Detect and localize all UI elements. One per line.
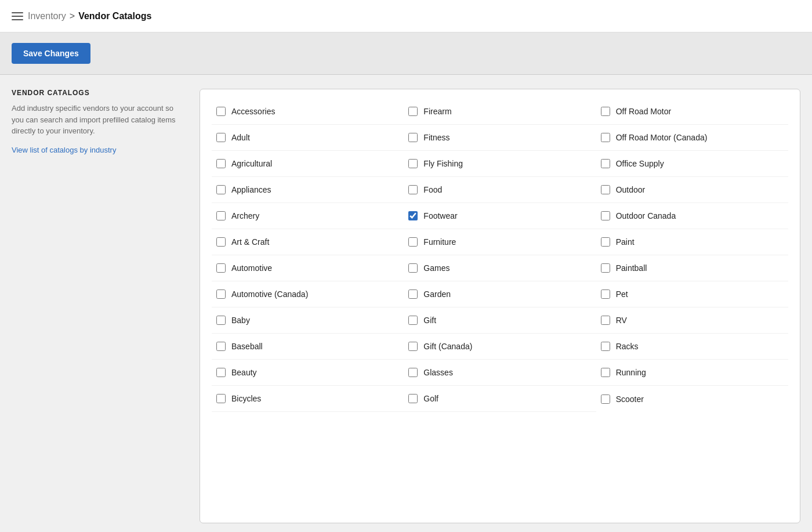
catalog-label-golf[interactable]: Golf <box>423 394 438 403</box>
catalog-item: Running <box>596 360 788 386</box>
catalog-label-office-supply[interactable]: Office Supply <box>616 159 664 168</box>
catalog-checkbox-food[interactable] <box>408 185 418 194</box>
catalog-checkbox-outdoor[interactable] <box>601 185 610 194</box>
catalog-checkbox-scooter[interactable] <box>601 395 610 404</box>
catalog-label-glasses[interactable]: Glasses <box>423 368 453 377</box>
catalog-label-paint[interactable]: Paint <box>616 237 635 247</box>
catalog-checkbox-paintball[interactable] <box>601 263 610 273</box>
catalog-checkbox-accessories[interactable] <box>216 107 226 116</box>
catalog-item: Baby <box>212 307 404 334</box>
catalog-label-food[interactable]: Food <box>423 185 442 194</box>
catalog-item: Art & Craft <box>212 229 404 255</box>
catalog-label-off-road-motor[interactable]: Off Road Motor <box>616 107 671 116</box>
catalog-item: Baseball <box>212 334 404 360</box>
save-button[interactable]: Save Changes <box>12 43 90 64</box>
catalog-label-off-road-motor-canada[interactable]: Off Road Motor (Canada) <box>616 133 708 142</box>
catalog-checkbox-off-road-motor[interactable] <box>601 107 610 116</box>
catalog-checkbox-appliances[interactable] <box>216 185 226 194</box>
catalog-item: Appliances <box>212 177 404 203</box>
catalog-checkbox-baby[interactable] <box>216 316 226 325</box>
view-catalogs-link[interactable]: View list of catalogs by industry <box>12 146 116 154</box>
catalog-label-outdoor[interactable]: Outdoor <box>616 185 646 194</box>
catalog-label-garden[interactable]: Garden <box>423 289 451 299</box>
catalog-item: Golf <box>404 386 596 412</box>
catalog-checkbox-fitness[interactable] <box>408 133 418 142</box>
catalog-label-racks[interactable]: Racks <box>616 342 639 351</box>
catalog-label-games[interactable]: Games <box>423 263 449 273</box>
catalog-checkbox-agricultural[interactable] <box>216 159 226 168</box>
catalog-label-fitness[interactable]: Fitness <box>423 133 449 142</box>
catalog-item: Off Road Motor <box>596 99 788 125</box>
catalog-label-automotive-canada[interactable]: Automotive (Canada) <box>231 289 308 299</box>
catalog-label-automotive[interactable]: Automotive <box>231 263 272 273</box>
catalog-grid: AccessoriesFirearmOff Road MotorAdultFit… <box>212 99 788 412</box>
catalog-checkbox-furniture[interactable] <box>408 237 418 247</box>
catalog-label-footwear[interactable]: Footwear <box>423 211 457 220</box>
toolbar: Save Changes <box>0 32 812 75</box>
catalog-checkbox-art-craft[interactable] <box>216 237 226 247</box>
catalog-item: Garden <box>404 281 596 307</box>
catalog-item: Games <box>404 255 596 281</box>
header: Inventory > Vendor Catalogs <box>0 0 812 32</box>
catalog-label-archery[interactable]: Archery <box>231 211 259 220</box>
catalog-item: Office Supply <box>596 151 788 177</box>
catalog-item: Gift (Canada) <box>404 334 596 360</box>
catalog-label-pet[interactable]: Pet <box>616 289 628 299</box>
catalog-label-running[interactable]: Running <box>616 368 646 377</box>
sidebar-description: Add industry specific vendors to your ac… <box>12 103 186 137</box>
catalog-label-accessories[interactable]: Accessories <box>231 107 275 116</box>
catalog-checkbox-golf[interactable] <box>408 394 418 403</box>
catalog-label-baseball[interactable]: Baseball <box>231 342 263 351</box>
catalog-label-bicycles[interactable]: Bicycles <box>231 394 261 403</box>
catalog-checkbox-bicycles[interactable] <box>216 394 226 403</box>
catalog-label-gift[interactable]: Gift <box>423 316 436 325</box>
catalog-label-paintball[interactable]: Paintball <box>616 263 647 273</box>
catalog-label-rv[interactable]: RV <box>616 316 627 325</box>
catalog-item: Bicycles <box>212 386 404 412</box>
catalog-checkbox-outdoor-canada[interactable] <box>601 211 610 220</box>
catalog-checkbox-racks[interactable] <box>601 342 610 351</box>
catalog-checkbox-glasses[interactable] <box>408 368 418 377</box>
catalog-item: Automotive (Canada) <box>212 281 404 307</box>
catalog-checkbox-archery[interactable] <box>216 211 226 220</box>
catalog-checkbox-footwear[interactable] <box>408 211 418 220</box>
catalog-label-outdoor-canada[interactable]: Outdoor Canada <box>616 211 676 220</box>
catalog-label-firearm[interactable]: Firearm <box>423 107 451 116</box>
catalog-item: Footwear <box>404 203 596 229</box>
catalog-checkbox-paint[interactable] <box>601 237 610 247</box>
catalog-checkbox-baseball[interactable] <box>216 342 226 351</box>
catalog-checkbox-running[interactable] <box>601 368 610 377</box>
catalog-checkbox-rv[interactable] <box>601 316 610 325</box>
catalog-checkbox-adult[interactable] <box>216 133 226 142</box>
catalog-label-adult[interactable]: Adult <box>231 133 250 142</box>
catalog-item: Agricultural <box>212 151 404 177</box>
breadcrumb-parent: Inventory <box>28 11 66 21</box>
catalog-item: Pet <box>596 281 788 307</box>
catalog-label-agricultural[interactable]: Agricultural <box>231 159 272 168</box>
catalog-label-furniture[interactable]: Furniture <box>423 237 456 247</box>
catalog-label-baby[interactable]: Baby <box>231 316 250 325</box>
catalog-checkbox-fly-fishing[interactable] <box>408 159 418 168</box>
catalog-checkbox-gift[interactable] <box>408 316 418 325</box>
breadcrumb-separator: > <box>70 11 75 21</box>
catalog-checkbox-firearm[interactable] <box>408 107 418 116</box>
catalog-checkbox-pet[interactable] <box>601 289 610 299</box>
catalog-item: RV <box>596 307 788 334</box>
catalog-checkbox-gift-canada[interactable] <box>408 342 418 351</box>
catalog-checkbox-office-supply[interactable] <box>601 159 610 168</box>
catalog-label-fly-fishing[interactable]: Fly Fishing <box>423 159 463 168</box>
catalog-checkbox-beauty[interactable] <box>216 368 226 377</box>
breadcrumb: Inventory > Vendor Catalogs <box>28 11 151 21</box>
catalog-checkbox-automotive[interactable] <box>216 263 226 273</box>
catalog-label-art-craft[interactable]: Art & Craft <box>231 237 269 247</box>
catalog-label-beauty[interactable]: Beauty <box>231 368 257 377</box>
catalog-checkbox-automotive-canada[interactable] <box>216 289 226 299</box>
catalog-checkbox-off-road-motor-canada[interactable] <box>601 133 610 142</box>
catalog-checkbox-garden[interactable] <box>408 289 418 299</box>
catalog-label-gift-canada[interactable]: Gift (Canada) <box>423 342 472 351</box>
catalog-checkbox-games[interactable] <box>408 263 418 273</box>
menu-icon[interactable] <box>12 12 23 20</box>
catalog-label-appliances[interactable]: Appliances <box>231 185 271 194</box>
catalog-label-scooter[interactable]: Scooter <box>616 395 644 404</box>
catalog-item: Paintball <box>596 255 788 281</box>
